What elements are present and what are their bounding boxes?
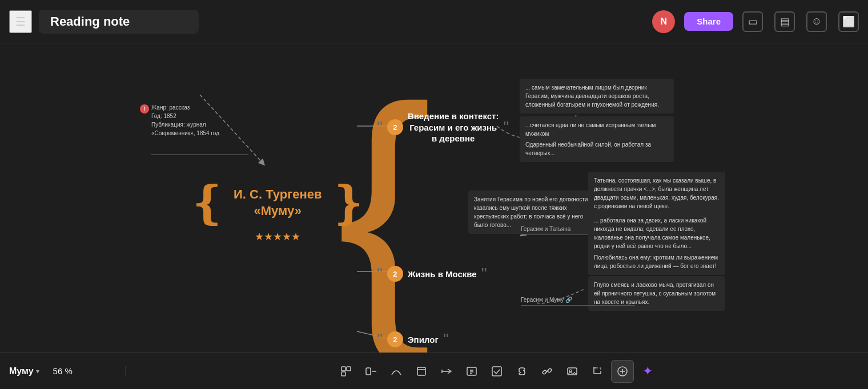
crop-icon <box>592 366 603 377</box>
header: ☰ Reading note N Share ▭ ▤ ☺ ⬜ <box>0 0 868 43</box>
close-quote-epilog: " <box>443 330 449 349</box>
badge-intro: 2 <box>387 119 403 135</box>
book-stars: ★★★★★ <box>188 230 367 243</box>
frame-icon <box>416 366 427 377</box>
title-intro: Введение в контекст:Герасим и его жизньв… <box>408 111 499 144</box>
title-box: Reading note <box>39 10 199 34</box>
menu-button[interactable]: ☰ <box>9 10 32 33</box>
page-name: Муму <box>9 366 34 376</box>
ai-tool-button[interactable]: ✦ <box>636 360 659 383</box>
svg-rect-4 <box>341 367 345 371</box>
frame-tool-button[interactable] <box>410 360 433 383</box>
header-icons: ▭ ▤ ☺ ⬜ <box>742 11 859 32</box>
image-icon <box>566 366 578 377</box>
arc-tool-button[interactable] <box>385 360 408 383</box>
info-line <box>151 155 248 155</box>
plus-icon <box>617 366 628 377</box>
info-box: ! Жанр: рассказ Год: 1852 Публикация: жу… <box>140 103 219 137</box>
open-quote-epilog: " <box>377 330 383 349</box>
book-title: «Муму» <box>234 203 322 220</box>
quote-card-3: Одаренный необычайной силой, он работал … <box>520 136 674 162</box>
info-text: Жанр: рассказ Год: 1852 Публикация: журн… <box>151 103 219 137</box>
select-tool-button[interactable] <box>335 360 357 383</box>
header-right: N Share ▭ ▤ ☺ ⬜ <box>652 10 859 33</box>
svg-rect-18 <box>542 370 546 374</box>
badge-moscow: 2 <box>387 266 403 282</box>
dropdown-arrow[interactable]: ▾ <box>36 367 39 375</box>
section-epilog: " 2 Эпилог " <box>377 330 449 349</box>
svg-rect-19 <box>547 368 552 372</box>
open-quote-intro: " <box>377 118 383 136</box>
quote-card-5: Татьяна, состоявшая, как мы сказали выше… <box>588 172 725 215</box>
layout-icon[interactable]: ⬜ <box>838 11 859 32</box>
quote-card-1: ... самым замечательным лицом был дворни… <box>520 79 674 114</box>
arrow-tool-button[interactable] <box>435 360 458 383</box>
left-bracket: ❴ <box>188 180 227 226</box>
arc-icon <box>391 366 402 377</box>
crop-tool-button[interactable] <box>586 360 609 383</box>
connect-icon <box>365 366 377 377</box>
chain-icon <box>541 366 553 377</box>
quote-text-1: ... самым замечательным лицом был дворни… <box>525 84 659 108</box>
badge-epilog: 2 <box>387 331 403 347</box>
book-brackets: ❴ И. С. Тургенев «Муму» ❵ <box>188 180 367 226</box>
image-tool-button[interactable] <box>561 360 584 383</box>
text-tool-button[interactable] <box>460 360 483 383</box>
section-moscow: " 2 Жизнь в Москве " <box>377 265 487 283</box>
connect-tool-button[interactable] <box>360 360 383 383</box>
tv-icon[interactable]: ▭ <box>742 11 763 32</box>
canvas: ! Жанр: рассказ Год: 1852 Публикация: жу… <box>0 43 868 352</box>
plus-tool-button[interactable] <box>611 360 634 383</box>
hamburger-icon: ☰ <box>15 15 26 29</box>
svg-rect-9 <box>417 367 425 375</box>
chat-icon[interactable]: ▤ <box>774 11 795 32</box>
book-card: ❴ И. С. Тургенев «Муму» ❵ ★★★★★ <box>188 180 367 243</box>
quote-text-7: Полюбилась она ему: кротким ли выражение… <box>594 254 718 269</box>
text-icon <box>466 366 477 377</box>
share-button[interactable]: Share <box>684 12 733 31</box>
title-moscow: Жизнь в Москве <box>408 269 477 279</box>
arrow-icon <box>441 366 452 377</box>
right-bracket: ❵ <box>329 180 367 226</box>
footer: Муму ▾ 56 % <box>0 352 868 389</box>
quote-text-5: Татьяна, состоявшая, как мы сказали выше… <box>594 177 719 209</box>
zoom-level: 56 % <box>53 366 73 376</box>
svg-rect-13 <box>467 367 476 375</box>
quote-text-6: ... работала она за двоих, а ласки никак… <box>594 217 710 249</box>
svg-rect-17 <box>492 367 501 376</box>
emoji-icon[interactable]: ☺ <box>806 11 827 32</box>
close-quote-intro: " <box>503 118 509 136</box>
link-icon <box>516 366 528 377</box>
avatar: N <box>652 10 675 33</box>
svg-rect-6 <box>341 372 345 376</box>
footer-left: Муму ▾ 56 % <box>0 366 126 376</box>
close-quote-moscow: " <box>481 265 487 283</box>
footer-tools: ✦ <box>126 360 868 383</box>
link-tool-button[interactable] <box>511 360 533 383</box>
open-quote-moscow: " <box>377 265 383 283</box>
check-icon <box>491 366 503 377</box>
check-tool-button[interactable] <box>485 360 508 383</box>
connector-mumu: Герасим и Муму 🔗 <box>521 297 635 306</box>
chain-tool-button[interactable] <box>536 360 558 383</box>
ai-icon: ✦ <box>642 364 653 379</box>
title-epilog: Эпилог <box>408 335 439 345</box>
quote-text-3: Одаренный необычайной силой, он работал … <box>525 141 651 156</box>
book-author: И. С. Тургенев <box>234 187 322 203</box>
quote-card-7: Полюбилась она ему: кротким ли выражение… <box>588 249 725 275</box>
arrows-svg <box>0 43 868 352</box>
section-intro: " 2 Введение в контекст:Герасим и его жи… <box>377 111 509 144</box>
svg-rect-5 <box>347 367 351 371</box>
info-icon: ! <box>140 104 149 114</box>
quote-text-2: ...считался едва ли не самым исправным т… <box>525 122 656 137</box>
svg-rect-7 <box>366 368 371 375</box>
select-icon <box>340 366 352 377</box>
page-title: Reading note <box>50 14 130 29</box>
quote-text-4: Занятия Герасима по новой его должности … <box>474 196 588 228</box>
